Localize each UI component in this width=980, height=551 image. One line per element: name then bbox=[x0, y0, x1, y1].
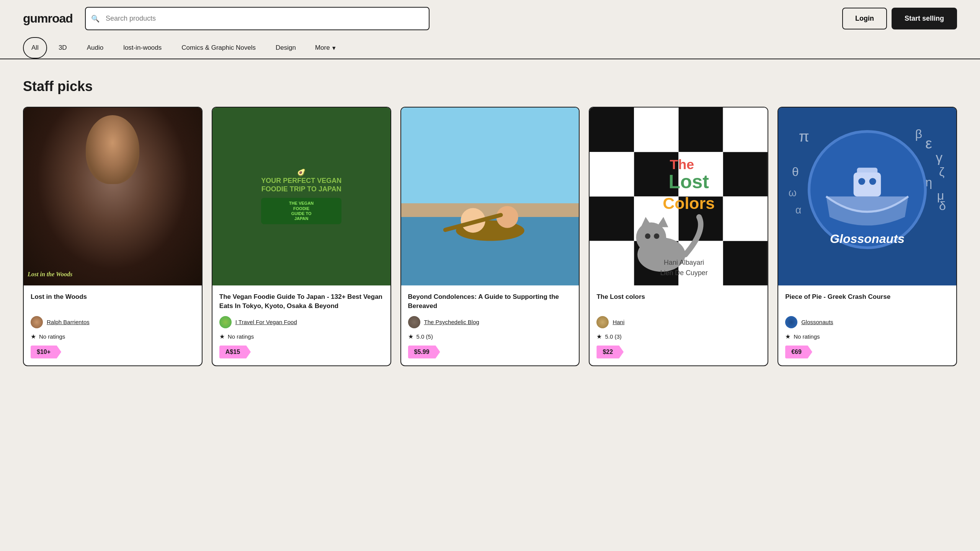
product-image-colors: The Lost Colors bbox=[590, 108, 768, 285]
product-author: Ralph Barrientos bbox=[31, 316, 195, 328]
svg-rect-15 bbox=[634, 108, 679, 152]
nav-item-design[interactable]: Design bbox=[267, 37, 304, 59]
svg-text:Hani Albayari: Hani Albayari bbox=[664, 259, 704, 266]
nav-item-3d[interactable]: 3D bbox=[50, 37, 75, 59]
search-input[interactable] bbox=[85, 7, 430, 30]
product-image-vegan: 🥑Your Perfect VeganFoodie Trip to Japan … bbox=[212, 108, 390, 285]
nav-item-audio[interactable]: Audio bbox=[78, 37, 112, 59]
svg-text:The: The bbox=[670, 157, 694, 172]
svg-text:θ: θ bbox=[792, 165, 799, 179]
svg-rect-17 bbox=[590, 152, 634, 196]
avatar bbox=[219, 316, 232, 328]
main-content: Staff picks Lost in the Woods Ralph Barr… bbox=[0, 59, 980, 385]
price-badge: €69 bbox=[785, 346, 812, 359]
svg-text:ζ: ζ bbox=[939, 165, 944, 179]
search-icon: 🔍 bbox=[91, 15, 100, 23]
author-name[interactable]: Glossonauts bbox=[801, 319, 833, 325]
svg-rect-14 bbox=[723, 241, 768, 285]
avatar bbox=[596, 316, 609, 328]
rating-value: 5.0 (5) bbox=[416, 333, 433, 340]
more-label: More bbox=[315, 44, 330, 52]
category-nav: All 3D Audio lost-in-woods Comics & Grap… bbox=[0, 37, 980, 59]
author-name[interactable]: I Travel For Vegan Food bbox=[235, 319, 297, 325]
colors-illustration: The Lost Colors bbox=[590, 108, 768, 285]
svg-text:ε: ε bbox=[926, 135, 933, 152]
svg-rect-45 bbox=[854, 173, 881, 197]
product-author: I Travel For Vegan Food bbox=[219, 316, 384, 328]
svg-text:μ: μ bbox=[937, 189, 944, 202]
product-author: Glossonauts bbox=[785, 316, 949, 328]
chevron-down-icon: ▾ bbox=[332, 44, 336, 52]
avatar bbox=[31, 316, 43, 328]
header: gumroad 🔍 Login Start selling bbox=[0, 0, 980, 37]
product-card-lost-in-woods[interactable]: Lost in the Woods Ralph Barrientos ★ No … bbox=[23, 107, 203, 366]
nav-more-button[interactable]: More ▾ bbox=[307, 38, 343, 58]
product-title: The Vegan Foodie Guide To Japan - 132+ B… bbox=[219, 292, 384, 311]
product-grid: Lost in the Woods Ralph Barrientos ★ No … bbox=[23, 107, 957, 366]
header-buttons: Login Start selling bbox=[842, 8, 957, 29]
price-badge: $10+ bbox=[31, 346, 61, 359]
product-info: Piece of Pie - Greek Crash Course Glosso… bbox=[778, 285, 956, 365]
product-rating: ★ 5.0 (3) bbox=[596, 333, 761, 340]
login-button[interactable]: Login bbox=[842, 8, 887, 29]
rating-value: No ratings bbox=[228, 333, 254, 340]
rating-value: 5.0 (3) bbox=[605, 333, 621, 340]
product-card-lost-colors[interactable]: The Lost Colors bbox=[589, 107, 768, 366]
price-badge: A$15 bbox=[219, 346, 251, 359]
rating-value: No ratings bbox=[794, 333, 820, 340]
svg-point-30 bbox=[645, 233, 650, 239]
product-info: The Lost colors Hani ★ 5.0 (3) $22 bbox=[590, 285, 768, 365]
avatar bbox=[785, 316, 797, 328]
product-card-greek[interactable]: π β γ η δ θ ε ζ μ bbox=[777, 107, 957, 366]
svg-point-47 bbox=[858, 178, 865, 185]
product-info: Lost in the Woods Ralph Barrientos ★ No … bbox=[24, 285, 202, 365]
nav-item-business[interactable]: lost-in-woods bbox=[115, 37, 170, 59]
avatar bbox=[408, 316, 420, 328]
star-icon: ★ bbox=[31, 333, 36, 340]
product-author: The Psychedelic Blog bbox=[408, 316, 572, 328]
product-title: Beyond Condolences: A Guide to Supportin… bbox=[408, 292, 572, 311]
svg-rect-21 bbox=[590, 241, 634, 285]
search-bar-container: 🔍 bbox=[85, 7, 430, 30]
start-selling-button[interactable]: Start selling bbox=[892, 8, 957, 29]
greek-illustration: π β γ η δ θ ε ζ μ bbox=[778, 108, 956, 285]
product-card-condolences[interactable]: Beyond Condolences: A Guide to Supportin… bbox=[400, 107, 580, 366]
section-title: Staff picks bbox=[23, 78, 957, 95]
svg-text:Colors: Colors bbox=[663, 194, 715, 212]
price-badge: $5.99 bbox=[408, 346, 440, 359]
svg-rect-16 bbox=[723, 108, 768, 152]
svg-text:β: β bbox=[915, 127, 923, 141]
author-name[interactable]: Ralph Barrientos bbox=[47, 319, 90, 325]
star-icon: ★ bbox=[785, 333, 791, 340]
logo: gumroad bbox=[23, 11, 73, 26]
svg-rect-8 bbox=[679, 108, 723, 152]
product-rating: ★ No ratings bbox=[31, 333, 195, 340]
product-rating: ★ 5.0 (5) bbox=[408, 333, 572, 340]
star-icon: ★ bbox=[596, 333, 602, 340]
svg-rect-20 bbox=[723, 196, 768, 241]
product-rating: ★ No ratings bbox=[219, 333, 384, 340]
author-name[interactable]: The Psychedelic Blog bbox=[424, 319, 479, 325]
star-icon: ★ bbox=[219, 333, 225, 340]
svg-text:ω: ω bbox=[789, 187, 797, 199]
author-name[interactable]: Hani bbox=[612, 319, 624, 325]
product-title: Lost in the Woods bbox=[31, 292, 195, 311]
svg-rect-2 bbox=[401, 203, 579, 217]
product-author: Hani bbox=[596, 316, 761, 328]
svg-rect-46 bbox=[857, 168, 878, 176]
nav-item-all[interactable]: All bbox=[23, 37, 47, 59]
product-info: The Vegan Foodie Guide To Japan - 132+ B… bbox=[212, 285, 390, 365]
nav-item-comics[interactable]: Comics & Graphic Novels bbox=[173, 37, 264, 59]
product-image-condolences bbox=[401, 108, 579, 285]
svg-text:π: π bbox=[799, 128, 809, 145]
rating-value: No ratings bbox=[39, 333, 65, 340]
svg-rect-7 bbox=[590, 108, 634, 152]
illustration-girl bbox=[86, 115, 139, 184]
svg-text:γ: γ bbox=[936, 150, 942, 165]
product-card-vegan-foodie[interactable]: 🥑Your Perfect VeganFoodie Trip to Japan … bbox=[212, 107, 391, 366]
svg-point-31 bbox=[654, 233, 659, 239]
star-icon: ★ bbox=[408, 333, 413, 340]
svg-text:Glossonauts: Glossonauts bbox=[830, 232, 905, 246]
svg-point-48 bbox=[869, 178, 876, 185]
svg-rect-10 bbox=[723, 152, 768, 196]
